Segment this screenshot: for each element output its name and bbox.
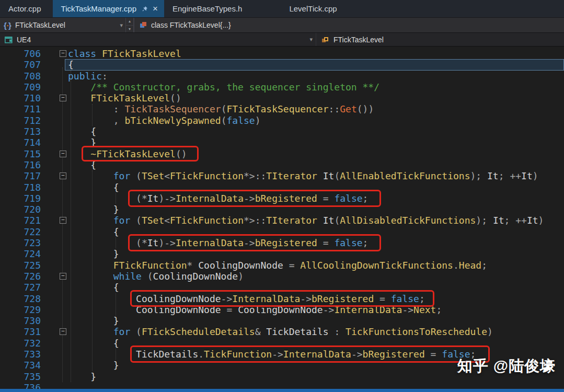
status-bar-strip [0,389,564,392]
code-text[interactable]: ~FTickTaskLevel() [68,148,187,159]
code-text[interactable]: for (TSet<FTickFunction*>::TIterator It(… [68,170,538,181]
line-number[interactable]: 717 [0,170,41,181]
navigation-bar: UE4 ▾ FTickTaskLevel [0,32,564,47]
fold-collapse-icon[interactable]: − [60,151,66,157]
code-text[interactable]: (*It)->InternalData->bRegistered = false… [68,237,368,248]
line-number[interactable]: 730 [0,315,41,326]
line-number[interactable]: 732 [0,338,41,349]
code-text[interactable]: for (FTickScheduleDetails& TickDetails :… [68,326,493,337]
line-number[interactable]: 713 [0,126,41,137]
code-line-727: 727 { [0,282,564,293]
code-text[interactable]: public: [68,71,108,82]
fold-collapse-icon[interactable]: − [60,217,66,224]
code-line-722: 722 { [0,226,564,237]
code-text[interactable]: } [68,204,119,215]
line-number[interactable]: 722 [0,226,41,237]
line-number[interactable]: 729 [0,304,41,315]
line-number[interactable]: 715 [0,148,41,159]
line-number[interactable]: 706 [0,48,41,59]
line-number[interactable]: 725 [0,260,41,271]
code-text[interactable]: { [68,182,119,193]
line-number[interactable]: 719 [0,193,41,204]
line-number[interactable]: 718 [0,182,41,193]
scope-label: FTickTaskLevel [15,21,65,29]
fold-collapse-icon[interactable]: − [60,50,66,57]
context-label: class FTickTaskLevel{...} [151,21,231,29]
project-dropdown[interactable]: UE4 ▾ [0,33,316,46]
fold-margin [41,360,68,371]
code-line-716: 716 { [0,159,564,170]
code-text[interactable]: : TickTaskSequencer(FTickTaskSequencer::… [68,103,374,114]
line-number[interactable]: 708 [0,71,41,82]
fold-collapse-icon[interactable]: − [60,172,66,179]
code-text[interactable]: } [68,360,119,371]
code-text[interactable]: { [68,338,119,349]
fold-margin [41,182,68,193]
tab-ticktaskmanager-cpp[interactable]: TickTaskManager.cpp× [53,0,164,17]
fold-margin [41,82,68,93]
fold-collapse-icon[interactable]: − [60,273,66,280]
tab-leveltick-cpp[interactable]: LevelTick.cpp [281,0,348,17]
code-line-721: 721− for (TSet<FTickFunction*>::TIterato… [0,215,564,226]
close-icon[interactable]: × [153,4,158,13]
line-number[interactable]: 734 [0,360,41,371]
fold-margin: − [41,326,68,337]
code-text[interactable]: { [68,59,74,70]
code-text[interactable]: while (CoolingDownNode) [68,271,244,282]
line-number[interactable]: 714 [0,137,41,148]
fold-collapse-icon[interactable]: − [60,328,66,335]
code-text[interactable]: , bTickNewlySpawned(false) [68,115,261,126]
code-line-719: 719 (*It)->InternalData->bRegistered = f… [0,193,564,204]
scope-dropdown[interactable]: {▪} FTickTaskLevel ▾ [0,18,125,32]
code-text[interactable]: { [68,159,96,170]
spinner-up-button[interactable]: ▴ [126,18,133,26]
va-navbar: {▪} FTickTaskLevel ▾ ▴ ▾ class FTickTask… [0,17,564,32]
code-text[interactable]: class FTickTaskLevel [68,48,181,59]
line-number[interactable]: 724 [0,248,41,259]
line-number[interactable]: 711 [0,103,41,114]
code-text[interactable]: TickDetails.TickFunction->InternalData->… [68,349,476,360]
pin-icon[interactable] [142,6,148,12]
line-number[interactable]: 733 [0,349,41,360]
line-number[interactable]: 716 [0,159,41,170]
line-number[interactable]: 735 [0,371,41,382]
line-number[interactable]: 707 [0,59,41,70]
line-number[interactable]: 731 [0,326,41,337]
fold-margin [41,226,68,237]
code-text[interactable]: CoolingDownNode = CoolingDownNode->Inter… [68,304,442,315]
line-number[interactable]: 723 [0,237,41,248]
line-number[interactable]: 721 [0,215,41,226]
line-number[interactable]: 710 [0,93,41,103]
tab-enginebasetypes-h[interactable]: EngineBaseTypes.h [164,0,254,17]
code-text[interactable]: } [68,371,96,382]
code-text[interactable]: { [68,282,119,293]
line-number[interactable]: 727 [0,282,41,293]
spinner-down-button[interactable]: ▾ [126,26,133,33]
fold-margin [41,315,68,326]
code-text[interactable]: } [68,137,96,148]
tab-actor-cpp[interactable]: Actor.cpp [0,0,53,17]
code-text[interactable]: } [68,248,119,259]
code-line-715: 715− ~FTickTaskLevel() [0,148,564,159]
code-text[interactable]: } [68,315,119,326]
code-text[interactable]: { [68,126,96,137]
code-text[interactable]: FTickFunction* CoolingDownNode = AllCool… [68,260,487,271]
line-number[interactable]: 728 [0,293,41,304]
code-line-731: 731− for (FTickScheduleDetails& TickDeta… [0,326,564,337]
chevron-down-icon: ▾ [309,36,313,43]
code-text[interactable]: /** Constructor, grabs, the sequencer si… [68,82,379,93]
context-display[interactable]: class FTickTaskLevel{...} [134,18,231,32]
line-number[interactable]: 709 [0,82,41,93]
code-text[interactable]: CoolingDownNode->InternalData->bRegister… [68,293,425,304]
tab-label: EngineBaseTypes.h [172,4,242,13]
code-text[interactable]: for (TSet<FTickFunction*>::TIterator It(… [68,215,544,226]
code-text[interactable]: (*It)->InternalData->bRegistered = false… [68,193,368,204]
code-text[interactable]: { [68,226,119,237]
line-number[interactable]: 720 [0,204,41,215]
member-dropdown[interactable]: FTickTaskLevel [316,33,564,46]
line-number[interactable]: 712 [0,115,41,126]
line-number[interactable]: 726 [0,271,41,282]
code-text[interactable]: FTickTaskLevel() [68,93,181,103]
scope-spinner: ▴ ▾ [125,18,134,32]
fold-collapse-icon[interactable]: − [60,95,66,101]
